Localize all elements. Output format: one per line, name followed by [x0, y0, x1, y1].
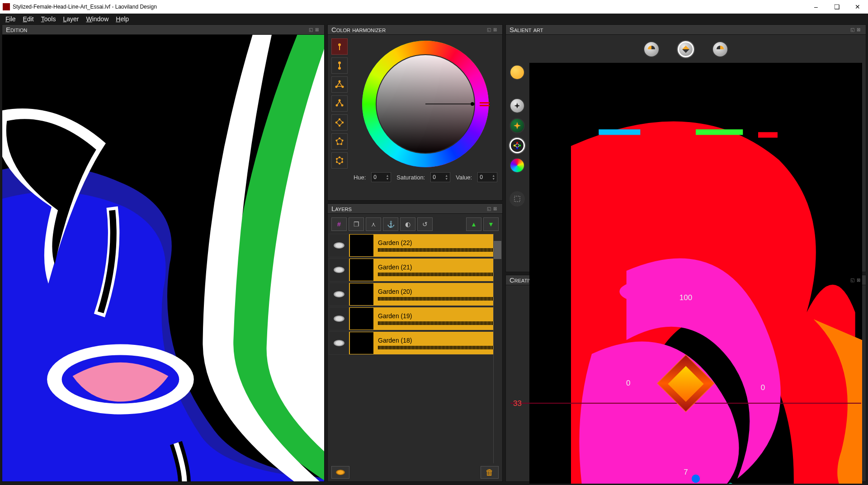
scheme-split[interactable]: [331, 95, 348, 112]
svg-point-3: [338, 43, 341, 46]
edition-canvas[interactable]: [2, 35, 324, 481]
close-icon[interactable]: ⊠: [493, 27, 499, 33]
hue-label: Hue:: [354, 174, 366, 181]
creative-left-value: 0: [626, 379, 630, 388]
salient-mode-left[interactable]: [643, 41, 660, 57]
layer-visibility-icon[interactable]: [329, 259, 349, 281]
undock-icon[interactable]: ◱: [309, 27, 314, 33]
undock-icon[interactable]: ◱: [487, 206, 492, 212]
layer-visibility-icon[interactable]: [329, 283, 349, 306]
layer-name: Garden (22): [378, 239, 497, 246]
layer-opacity-bar[interactable]: [378, 297, 497, 301]
menu-layer[interactable]: Layer: [59, 14, 82, 24]
color-wheel[interactable]: [360, 38, 491, 170]
salient-tool-hue-wheel[interactable]: [509, 158, 525, 173]
value-input[interactable]: 0▲▼: [477, 172, 497, 182]
layer-visibility-toggle[interactable]: [331, 466, 349, 479]
color-harmonizer-panel: Color harmonizer ◱ ⊠: [327, 24, 503, 201]
salient-mode-right[interactable]: [712, 41, 728, 57]
layers-scrollbar[interactable]: [493, 234, 501, 463]
undock-icon[interactable]: ◱: [487, 27, 492, 33]
maximize-button[interactable]: ❏: [826, 0, 847, 14]
creative-controller-panel: Creative controller ◱ ⊠ 100 0 0 33 7: [505, 275, 866, 482]
menu-window[interactable]: Window: [82, 14, 112, 24]
layer-opacity-bar[interactable]: [378, 273, 497, 276]
salient-tool-star[interactable]: [509, 98, 525, 113]
layer-fx-button[interactable]: #: [331, 217, 347, 231]
salient-tool-rgb-star[interactable]: [509, 138, 525, 153]
layer-visibility-icon[interactable]: [329, 234, 349, 257]
svg-point-43: [516, 147, 518, 149]
layer-opacity-bar[interactable]: [378, 321, 497, 325]
layer-down-button[interactable]: ▼: [483, 217, 499, 231]
layer-duplicate-button[interactable]: ❐: [349, 217, 364, 231]
layer-row[interactable]: Garden (22): [329, 234, 501, 257]
undock-icon[interactable]: ◱: [850, 278, 856, 283]
close-icon[interactable]: ⊠: [857, 278, 862, 283]
layer-visibility-icon[interactable]: [329, 332, 349, 354]
layer-delete-button[interactable]: 🗑: [481, 466, 499, 479]
scheme-triangle[interactable]: [331, 76, 348, 93]
svg-point-41: [516, 142, 518, 144]
menubar: File Edit Tools Layer Window Help: [0, 14, 868, 24]
layer-visibility-icon[interactable]: [329, 307, 349, 330]
val-label: Value:: [456, 174, 472, 181]
salient-tool-marquee[interactable]: [509, 191, 525, 207]
layer-opacity-bar[interactable]: [378, 346, 497, 349]
hue-input[interactable]: 0▲▼: [371, 172, 391, 182]
titlebar: Stylized-Female-Head-Line-Art_Essai.lvf …: [0, 0, 868, 14]
salient-mode-mirror[interactable]: [678, 41, 694, 57]
layer-thumbnail: [350, 283, 373, 305]
layer-up-button[interactable]: ▲: [466, 217, 481, 231]
layer-thumbnail: [350, 235, 373, 256]
layer-row[interactable]: Garden (18): [329, 331, 501, 355]
layer-row[interactable]: Garden (19): [329, 307, 501, 330]
salient-tool-gold[interactable]: [509, 65, 525, 80]
layer-merge-button[interactable]: ⋏: [366, 217, 381, 231]
creative-edge-value: 33: [513, 399, 522, 408]
scheme-tetra[interactable]: [331, 114, 348, 131]
close-icon[interactable]: ⊠: [315, 27, 321, 33]
harmony-scheme-list: [331, 38, 348, 197]
layer-reset-button[interactable]: ↺: [417, 217, 433, 231]
layer-name: Garden (21): [378, 264, 497, 271]
menu-file[interactable]: File: [2, 14, 19, 24]
svg-rect-45: [514, 196, 520, 202]
layer-name: Garden (19): [378, 312, 497, 320]
saturation-input[interactable]: 0▲▼: [430, 172, 450, 182]
layer-row[interactable]: Garden (20): [329, 283, 501, 306]
layer-name: Garden (18): [378, 337, 497, 344]
close-icon[interactable]: ⊠: [493, 206, 499, 212]
salient-title: Salient art: [509, 26, 543, 33]
svg-line-14: [337, 101, 340, 105]
menu-tools[interactable]: Tools: [38, 14, 60, 24]
salient-art-panel: Salient art ◱ ⊠: [505, 24, 866, 272]
minimize-button[interactable]: –: [806, 0, 826, 14]
layer-mask-button[interactable]: ◐: [400, 217, 415, 231]
close-icon[interactable]: ⊠: [857, 27, 862, 33]
svg-rect-49: [696, 129, 743, 135]
salient-tool-hue-star[interactable]: [509, 118, 525, 133]
scheme-single[interactable]: [331, 38, 348, 55]
layers-title: Layers: [331, 205, 352, 212]
close-button[interactable]: ✕: [847, 0, 868, 14]
edition-title: Edition: [6, 26, 27, 33]
scheme-hexa[interactable]: [331, 152, 348, 169]
svg-point-40: [471, 102, 474, 106]
layer-row[interactable]: Garden (21): [329, 258, 501, 282]
harmonizer-title: Color harmonizer: [331, 26, 386, 33]
scheme-complementary[interactable]: [331, 57, 348, 74]
svg-point-6: [338, 67, 341, 70]
layer-thumbnail: [350, 308, 373, 330]
undock-icon[interactable]: ◱: [850, 27, 856, 33]
creative-canvas[interactable]: 100 0 0 33 7: [506, 285, 866, 481]
layer-thumbnail: [350, 259, 373, 281]
layer-anchor-button[interactable]: ⚓: [383, 217, 398, 231]
creative-right-value: 0: [761, 383, 765, 392]
scheme-penta[interactable]: [331, 133, 348, 150]
svg-marker-33: [337, 157, 342, 164]
menu-edit[interactable]: Edit: [19, 14, 38, 24]
menu-help[interactable]: Help: [112, 14, 132, 24]
layer-opacity-bar[interactable]: [378, 248, 497, 252]
layer-list[interactable]: Garden (22) Garden (21) Garden (20) Gard…: [329, 234, 501, 463]
